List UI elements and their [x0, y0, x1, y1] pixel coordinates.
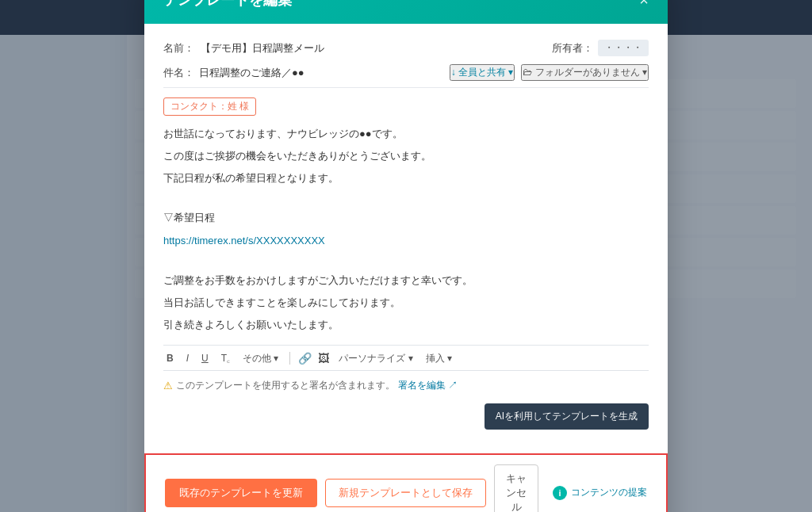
save-new-template-button[interactable]: 新規テンプレートとして保存 — [325, 479, 486, 507]
subject-value: 日程調整のご連絡／●● — [199, 66, 440, 80]
subject-row: 件名： 日程調整のご連絡／●● ↓ 全員と共有 ▾ 🗁 フォルダーがありません … — [163, 64, 649, 88]
modal-header: テンプレートを編集 × — [144, 0, 668, 24]
suggest-icon: i — [553, 486, 567, 500]
toolbar-insert-button[interactable]: 挿入 ▾ — [423, 350, 455, 367]
email-line8: ご調整をお手数をおかけしますがご入力いただけますと幸いです。 — [163, 272, 649, 289]
modal-close-button[interactable]: × — [639, 0, 649, 8]
toolbar-image-icon[interactable]: 🖼 — [318, 352, 329, 365]
toolbar-personalize-button[interactable]: パーソナライズ ▾ — [335, 350, 416, 367]
signature-notice: ⚠ このテンプレートを使用すると署名が含まれます。 署名を編集 ↗ — [163, 379, 649, 392]
subject-label: 件名： — [163, 66, 194, 80]
folder-button[interactable]: 🗁 フォルダーがありません ▾ — [521, 64, 649, 81]
contact-tag-wrapper: コンタクト：姓 様 — [163, 97, 649, 125]
signature-notice-text: このテンプレートを使用すると署名が含まれます。 — [176, 379, 395, 392]
ai-generate-button[interactable]: AIを利用してテンプレートを生成 — [485, 403, 649, 430]
contact-tag: コンタクト：姓 様 — [163, 97, 256, 116]
suggest-label: コンテンツの提案 — [571, 486, 647, 499]
name-value: 【デモ用】日程調整メール — [201, 41, 546, 55]
toolbar-italic-button[interactable]: I — [183, 351, 192, 365]
ai-button-row: AIを利用してテンプレートを生成 — [163, 403, 649, 430]
email-line10: 引き続きよろしくお願いいたします。 — [163, 316, 649, 334]
modal-title: テンプレートを編集 — [163, 0, 292, 10]
email-line3: 下記日程が私の希望日程となります。 — [163, 170, 649, 187]
email-line5: ▽希望日程 — [163, 209, 649, 227]
edit-template-modal: テンプレートを編集 × 名前： 【デモ用】日程調整メール 所有者： ・・・・ 件… — [144, 0, 668, 512]
content-suggest-area[interactable]: i コンテンツの提案 — [553, 486, 647, 500]
name-row: 名前： 【デモ用】日程調整メール 所有者： ・・・・ — [163, 40, 649, 56]
owner-value: ・・・・ — [598, 40, 649, 56]
email-line2: この度はご挨拶の機会をいただきありがとうございます。 — [163, 147, 649, 165]
modal-body: 名前： 【デモ用】日程調整メール 所有者： ・・・・ 件名： 日程調整のご連絡／… — [144, 24, 668, 453]
signature-edit-link[interactable]: 署名を編集 ↗ — [398, 379, 458, 392]
notice-warning-icon: ⚠ — [163, 380, 173, 392]
toolbar-underline-button[interactable]: U — [198, 351, 212, 365]
owner-area: 所有者： ・・・・ — [552, 40, 649, 56]
email-body[interactable]: お世話になっております、ナウビレッジの●●です。 この度はご挨拶の機会をいただき… — [163, 125, 649, 334]
toolbar-bold-button[interactable]: B — [163, 351, 177, 365]
owner-label: 所有者： — [552, 41, 593, 55]
email-line9: 当日お話しできますことを楽しみにしております。 — [163, 294, 649, 311]
toolbar-separator-1 — [289, 352, 290, 365]
toolbar-link-icon[interactable]: 🔗 — [298, 352, 312, 365]
share-button[interactable]: ↓ 全員と共有 ▾ — [450, 64, 515, 81]
toolbar-other-button[interactable]: その他 ▾ — [239, 350, 282, 367]
modal-footer: 既存のテンプレートを更新 新規テンプレートとして保存 キャンセル i コンテンツ… — [144, 453, 668, 512]
name-label: 名前： — [163, 41, 194, 55]
cancel-button[interactable]: キャンセル — [494, 464, 538, 512]
email-line6[interactable]: https://timerex.net/s/XXXXXXXXXX — [163, 235, 325, 246]
toolbar-strikethrough-button[interactable]: T꜀ — [218, 351, 233, 365]
editor-toolbar: B I U T꜀ その他 ▾ 🔗 🖼 パーソナライズ ▾ 挿入 ▾ — [163, 345, 649, 371]
email-line1: お世話になっております、ナウビレッジの●●です。 — [163, 125, 649, 143]
update-template-button[interactable]: 既存のテンプレートを更新 — [165, 479, 317, 507]
